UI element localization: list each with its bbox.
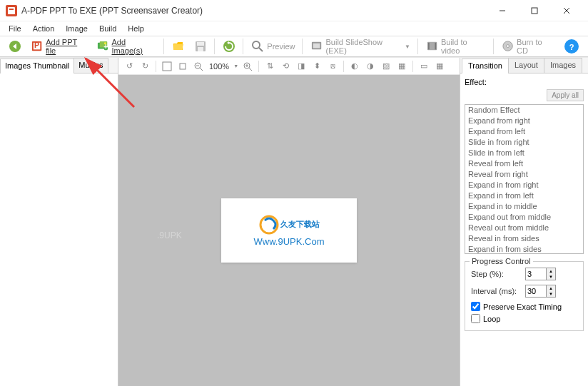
step-up-icon[interactable]: ▲ — [547, 268, 555, 274]
transition-panel: Effect: Apply all Random Effect Expand f… — [460, 73, 588, 386]
interval-down-icon[interactable]: ▼ — [547, 291, 555, 297]
toolbar-separator — [417, 39, 419, 54]
effect-list[interactable]: Random Effect Expand from right Expand f… — [465, 104, 584, 254]
build-slideshow-button[interactable]: Build SlideShow (EXE) ▼ — [306, 36, 414, 57]
zoom-dropdown-icon[interactable]: ▼ — [233, 64, 238, 68]
progress-legend: Progress Control — [470, 257, 533, 265]
build-video-button[interactable]: Build to video — [422, 36, 490, 57]
fit-button[interactable] — [161, 60, 173, 73]
tab-transition[interactable]: Transition — [462, 59, 509, 73]
tab-musics[interactable]: Musics — [74, 58, 108, 73]
grid-button[interactable]: ▦ — [433, 60, 446, 73]
loop-checkbox[interactable] — [471, 314, 480, 323]
burn-cd-label: Burn to CD — [517, 38, 554, 55]
magnifier-icon — [251, 40, 264, 53]
effect-item[interactable]: Expand from left — [465, 126, 583, 137]
menu-action[interactable]: Action — [27, 23, 61, 34]
step-spinner[interactable]: ▲▼ — [525, 268, 556, 280]
logo-globe-icon — [259, 215, 279, 235]
tool-2[interactable]: ⟲ — [279, 60, 292, 73]
tool-1[interactable]: ⇅ — [263, 60, 276, 73]
effect-item[interactable]: Slide in from right — [465, 137, 583, 148]
effect-2[interactable]: ▦ — [395, 60, 408, 73]
maximize-button[interactable] — [518, 1, 550, 21]
interval-up-icon[interactable]: ▲ — [547, 285, 555, 291]
tool-3[interactable]: ◨ — [295, 60, 308, 73]
zoom-out-button[interactable] — [192, 60, 205, 73]
apply-all-button[interactable]: Apply all — [547, 89, 584, 101]
interval-label: Interval (ms): — [471, 287, 521, 295]
effect-item[interactable]: Expand in to middle — [465, 201, 583, 212]
right-panel: Transition Layout Images Effect: Apply a… — [460, 58, 588, 386]
effect-item[interactable]: Expand in from right — [465, 180, 583, 191]
burn-cd-button[interactable]: Burn to CD — [497, 36, 558, 57]
brightness-button[interactable]: ◐ — [348, 60, 361, 73]
add-images-button[interactable]: + Add Image(s) — [92, 36, 161, 57]
svg-rect-2 — [9, 9, 14, 10]
help-icon: ? — [564, 39, 579, 54]
toolbar-separator — [214, 39, 216, 54]
menu-build[interactable]: Build — [93, 23, 122, 34]
main-area: Images Thumbnail Musics ↺ ↻ 100% ▼ ⇅ ⟲ ◨… — [0, 57, 588, 386]
nav-button[interactable] — [4, 38, 26, 55]
save-icon — [194, 40, 207, 53]
add-ppt-button[interactable]: P Add PPT file — [26, 36, 91, 57]
slideshow-icon — [310, 40, 323, 53]
tab-images[interactable]: Images — [544, 58, 582, 73]
dropdown-arrow-icon: ▼ — [405, 44, 410, 50]
effect-item[interactable]: Reveal in from sides — [465, 233, 583, 244]
app-icon — [6, 5, 17, 16]
toolbar: P Add PPT file + Add Image(s) Preview Bu… — [0, 36, 588, 57]
tool-4[interactable]: ⬍ — [310, 60, 323, 73]
page-button[interactable]: ▭ — [417, 60, 430, 73]
effect-item[interactable]: Expand in from left — [465, 191, 583, 201]
step-input[interactable] — [525, 268, 547, 280]
tab-layout[interactable]: Layout — [508, 58, 544, 73]
close-button[interactable] — [550, 1, 582, 21]
zoom-level[interactable]: 100% — [208, 62, 230, 71]
minimize-button[interactable] — [486, 1, 518, 21]
menu-file[interactable]: File — [3, 23, 27, 34]
effect-item[interactable]: Reveal from left — [465, 158, 583, 169]
step-label: Step (%): — [471, 270, 521, 278]
ppt-icon: P — [31, 40, 43, 53]
folder-open-icon — [172, 40, 185, 53]
canvas[interactable]: .9UPK 久友下载站 Www.9UPK.Com — [118, 75, 460, 386]
rotate-right-button[interactable]: ↻ — [138, 60, 151, 73]
zoom-in-button[interactable] — [241, 60, 254, 73]
effect-item[interactable]: Slide in from left — [465, 148, 583, 158]
preserve-timing-checkbox[interactable] — [471, 302, 480, 311]
refresh-button[interactable] — [218, 38, 240, 55]
help-button[interactable]: ? — [559, 36, 584, 56]
effect-item[interactable]: Random Effect — [465, 105, 583, 116]
open-button[interactable] — [168, 38, 189, 55]
contrast-button[interactable]: ◑ — [364, 60, 377, 73]
interval-input[interactable] — [525, 285, 547, 298]
progress-control-group: Progress Control Step (%): ▲▼ Interval (… — [465, 261, 584, 331]
svg-rect-23 — [313, 44, 320, 49]
effect-item[interactable]: Expand in from sides — [465, 244, 583, 254]
actual-size-button[interactable] — [176, 60, 189, 73]
effect-item[interactable]: Reveal from right — [465, 169, 583, 180]
tab-images-thumbnail[interactable]: Images Thumbnail — [0, 59, 74, 73]
menu-help[interactable]: Help — [122, 23, 150, 34]
menu-image[interactable]: Image — [60, 23, 93, 34]
window-title: A-PDF PPT To EXE (PPT Screensaver Creato… — [21, 6, 486, 16]
svg-text:?: ? — [569, 43, 574, 51]
effect-item[interactable]: Reveal out from middle — [465, 223, 583, 233]
rotate-left-button[interactable]: ↺ — [123, 60, 136, 73]
menubar: File Action Image Build Help — [0, 21, 588, 36]
center-toolbar: ↺ ↻ 100% ▼ ⇅ ⟲ ◨ ⬍ ⟎ ◐ ◑ ▨ ▦ ▭ ▦ — [118, 58, 460, 75]
logo-text: 久友下载站 — [259, 215, 320, 235]
effect-item[interactable]: Expand out from middle — [465, 212, 583, 223]
crop-button[interactable]: ⟎ — [326, 60, 339, 73]
interval-spinner[interactable]: ▲▼ — [525, 285, 556, 298]
save-button[interactable] — [190, 38, 211, 55]
svg-point-20 — [253, 41, 260, 49]
preview-button[interactable]: Preview — [247, 38, 299, 55]
step-down-icon[interactable]: ▼ — [547, 274, 555, 280]
svg-rect-26 — [435, 43, 436, 50]
effect-1[interactable]: ▨ — [380, 60, 392, 73]
effect-item[interactable]: Expand from right — [465, 116, 583, 126]
refresh-icon — [223, 40, 235, 53]
